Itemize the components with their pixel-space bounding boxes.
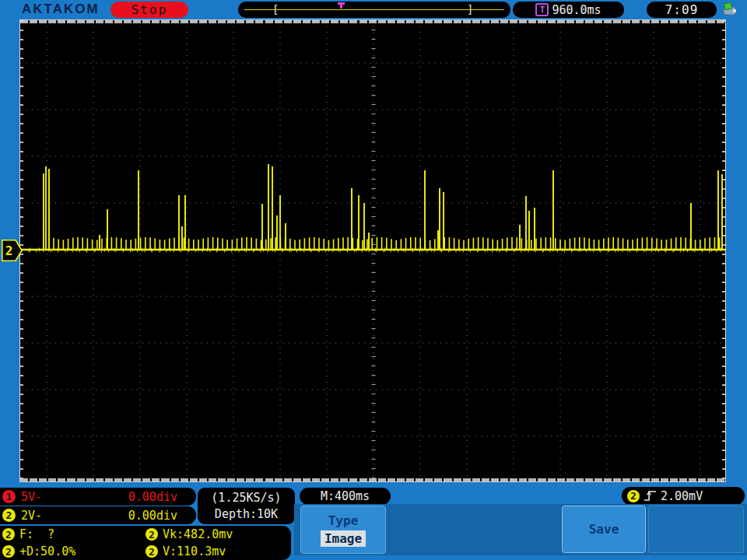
memory-depth-label: Depth:10K [215, 507, 278, 521]
type-label: Type [328, 513, 359, 528]
measurement-v: 2 V:110.3mv [146, 544, 291, 558]
measurements-panel: 2 F: ? 2 Vk:482.0mv 2 +D:50.0% 2 V:110.3… [0, 526, 291, 560]
type-button[interactable]: Type Image [300, 506, 386, 554]
trigger-source-badge: 2 [627, 490, 640, 502]
clock: 7:09 [647, 2, 717, 18]
channel2-scale: 2V- [21, 509, 42, 523]
channel1-info-pill: 1 5V- 0.00div [0, 488, 196, 506]
channel1-badge: 1 [2, 490, 16, 503]
channel2-offset: 0.00div [128, 509, 177, 523]
save-button-label: Save [589, 522, 619, 537]
trigger-delay-pill: T 960.0ms [513, 2, 624, 18]
trigger-position-marker [338, 2, 345, 9]
acquisition-panel: (1.25KS/s) Depth:10K [198, 488, 295, 524]
trigger-info-pill: 2 2.00mV [622, 487, 745, 505]
record-window-right-bracket: ] [467, 3, 473, 16]
oscilloscope-ui: AKTAKOM Stop [ ] T 960.0ms 7:09 2 1 5V- … [0, 0, 747, 560]
measurement-vk: 2 Vk:482.0mv [146, 527, 291, 541]
rising-edge-icon [644, 490, 657, 502]
measurement-duty: 2 +D:50.0% [2, 544, 146, 558]
trigger-delay-value: 960.0ms [552, 3, 601, 17]
sample-rate-label: (1.25KS/s) [211, 491, 281, 505]
run-status-badge: Stop [110, 2, 188, 18]
save-button[interactable]: Save [562, 506, 646, 553]
measurement-frequency: 2 F: ? [2, 527, 146, 541]
record-window-left-bracket: [ [272, 3, 279, 16]
trigger-level: 2.00mV [661, 489, 703, 503]
graticule-and-waveform [20, 20, 725, 481]
channel2-info-pill: 2 2V- 0.00div [0, 506, 196, 524]
trigger-delay-icon: T [535, 3, 549, 16]
channel2-marker: 2 [2, 240, 23, 261]
graticule-ruler-bottom [20, 478, 725, 481]
brand-label: AKTAKOM [22, 2, 100, 17]
scope-screen [19, 19, 726, 482]
svg-text:2: 2 [5, 243, 13, 258]
record-length-line [244, 9, 504, 10]
channel1-scale: 5V- [21, 490, 42, 504]
graticule-ruler-right [722, 20, 725, 481]
timebase-pill: M:400ms [300, 488, 391, 505]
empty-softkey [648, 506, 744, 553]
channel2-badge: 2 [2, 509, 16, 522]
graticule-ruler-top [20, 20, 725, 23]
type-selected-value[interactable]: Image [321, 530, 366, 547]
usb-drive-icon [721, 2, 738, 16]
trigger-position-bar: [ ] [238, 2, 510, 18]
channel1-offset: 0.00div [128, 490, 177, 504]
